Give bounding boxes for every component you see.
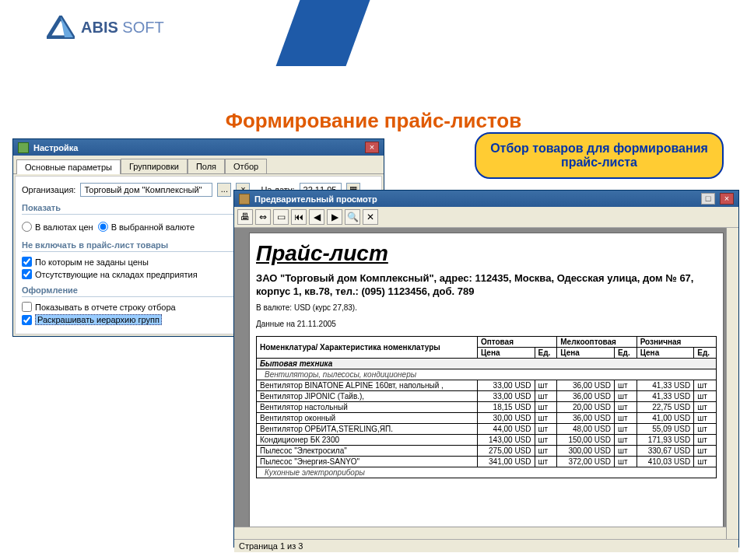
preview-window: Предварительный просмотр □ × 🖶 ⇔ ▭ ⏮ ◀ ▶… bbox=[233, 190, 739, 548]
scrollbar-vertical[interactable] bbox=[726, 228, 738, 539]
settings-tabs: Основные параметры Группировки Поля Отбо… bbox=[13, 156, 384, 174]
table-row: Пылесос "Электросила"275,00 USDшт300,00 … bbox=[257, 445, 717, 456]
scrollbar-horizontal[interactable] bbox=[234, 527, 726, 539]
window-icon bbox=[18, 142, 29, 153]
first-page-icon[interactable]: ⏮ bbox=[291, 209, 307, 225]
preview-viewport: Прайс-лист ЗАО "Торговый дом Комплексный… bbox=[234, 228, 738, 539]
table-row: Бытовая техника bbox=[257, 358, 717, 369]
preview-page: Прайс-лист ЗАО "Торговый дом Комплексный… bbox=[249, 233, 724, 539]
settings-titlebar[interactable]: Настройка × bbox=[13, 139, 384, 156]
table-row: Вентилятор BINATONE ALPINE 160вт, наполь… bbox=[257, 380, 717, 390]
logo-icon bbox=[47, 16, 75, 39]
callout-bubble: Отбор товаров для формирования прайс-лис… bbox=[475, 132, 724, 179]
radio-selected-currency[interactable]: В выбранной валюте bbox=[98, 222, 195, 232]
doc-title: Прайс-лист bbox=[256, 241, 717, 266]
th-wholesale: Оптовая bbox=[477, 336, 556, 347]
status-bar: Страница 1 из 3 bbox=[234, 539, 738, 552]
zoom-out-icon[interactable]: ✕ bbox=[363, 209, 378, 225]
radio-price-currencies[interactable]: В валютах цен bbox=[22, 222, 93, 232]
currency-meta: В валюте: USD (курс 27,83). bbox=[256, 303, 717, 312]
window-icon bbox=[239, 194, 250, 205]
price-table: Номенклатура/ Характеристика номенклатур… bbox=[256, 336, 717, 478]
brand-logo: ABIS SOFT bbox=[47, 16, 164, 39]
prev-page-icon[interactable]: ◀ bbox=[309, 209, 324, 225]
table-row: Вентилятор настольный18,15 USDшт20,00 US… bbox=[257, 401, 717, 412]
tab-filter[interactable]: Отбор bbox=[225, 159, 267, 173]
preview-toolbar: 🖶 ⇔ ▭ ⏮ ◀ ▶ 🔍 ✕ bbox=[234, 207, 738, 228]
slide-title: Формирование прайс-листов bbox=[0, 109, 747, 133]
tab-main[interactable]: Основные параметры bbox=[16, 159, 121, 174]
org-select-button[interactable]: ... bbox=[217, 183, 231, 197]
th-name: Номенклатура/ Характеристика номенклатур… bbox=[257, 336, 478, 358]
close-icon[interactable]: × bbox=[365, 142, 379, 153]
th-retail: Розничная bbox=[637, 336, 716, 347]
zoom-in-icon[interactable]: 🔍 bbox=[345, 209, 360, 225]
table-row: Кондиционер БК 2300143,00 USDшт150,00 US… bbox=[257, 434, 717, 445]
settings-title: Настройка bbox=[33, 143, 360, 152]
maximize-icon[interactable]: □ bbox=[701, 193, 715, 205]
table-row: Вентилятор ОРБИТА,STERLING,ЯП.44,00 USDш… bbox=[257, 423, 717, 434]
preview-title: Предварительный просмотр bbox=[254, 194, 696, 204]
full-page-icon[interactable]: ▭ bbox=[273, 209, 289, 225]
page-width-icon[interactable]: ⇔ bbox=[255, 209, 271, 225]
preview-titlebar[interactable]: Предварительный просмотр □ × bbox=[234, 191, 738, 207]
close-icon[interactable]: × bbox=[720, 193, 734, 205]
org-field[interactable] bbox=[80, 183, 212, 197]
table-row: Вентиляторы, пылесосы, кондиционеры bbox=[257, 369, 717, 380]
table-row: Вентилятор оконный30,00 USDшт36,00 USDшт… bbox=[257, 412, 717, 423]
date-meta: Данные на 21.11.2005 bbox=[256, 320, 717, 328]
table-row: Кухонные электроприборы bbox=[257, 467, 717, 478]
print-icon[interactable]: 🖶 bbox=[237, 209, 253, 225]
company-info: ЗАО "Торговый дом Комплексный", адрес: 1… bbox=[256, 272, 717, 299]
org-label: Организация: bbox=[22, 185, 75, 194]
tab-fields[interactable]: Поля bbox=[188, 159, 225, 173]
th-small-wholesale: Мелкооптовая bbox=[557, 336, 637, 347]
table-row: Вентилятор JIPONIC (Тайв.),33,00 USDшт36… bbox=[257, 390, 717, 401]
accent-stripe bbox=[276, 0, 370, 66]
next-page-icon[interactable]: ▶ bbox=[327, 209, 342, 225]
tab-grouping[interactable]: Группировки bbox=[121, 159, 188, 173]
table-row: Пылесос "Энергия-SANYO"341,00 USDшт372,0… bbox=[257, 456, 717, 467]
